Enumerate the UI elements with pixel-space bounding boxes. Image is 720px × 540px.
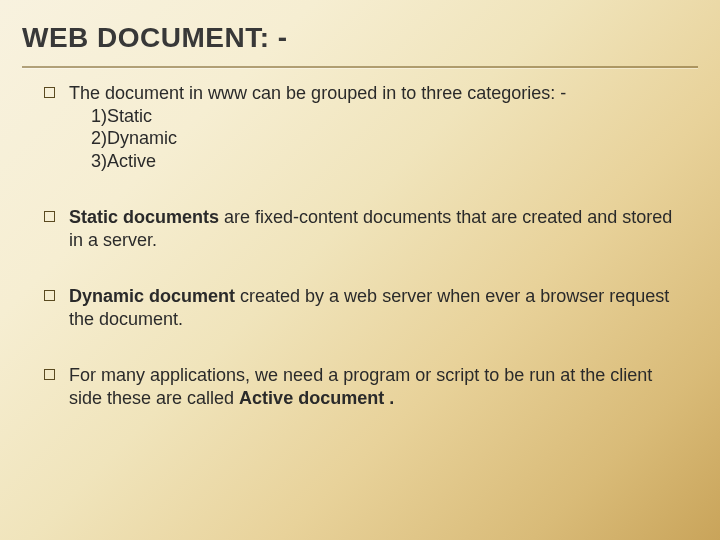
sub-item: 1)Static: [91, 105, 676, 128]
square-bullet-icon: [44, 290, 55, 301]
bullet-content: Static documents are fixed-content docum…: [69, 206, 676, 251]
square-bullet-icon: [44, 369, 55, 380]
bullet-text: The document in www can be grouped in to…: [69, 83, 566, 103]
bullet-item: Dynamic document created by a web server…: [44, 285, 676, 330]
bullet-content: The document in www can be grouped in to…: [69, 82, 676, 172]
bold-lead: Dynamic document: [69, 286, 235, 306]
sublist: 1)Static 2)Dynamic 3)Active: [69, 105, 676, 173]
sub-item: 2)Dynamic: [91, 127, 676, 150]
bullet-item: For many applications, we need a program…: [44, 364, 676, 409]
title-area: WEB DOCUMENT: -: [0, 0, 720, 66]
slide-body: The document in www can be grouped in to…: [0, 68, 720, 409]
bullet-content: For many applications, we need a program…: [69, 364, 676, 409]
square-bullet-icon: [44, 211, 55, 222]
square-bullet-icon: [44, 87, 55, 98]
sub-item: 3)Active: [91, 150, 676, 173]
bullet-item: Static documents are fixed-content docum…: [44, 206, 676, 251]
bullet-item: The document in www can be grouped in to…: [44, 82, 676, 172]
bold-lead: Static documents: [69, 207, 219, 227]
bullet-content: Dynamic document created by a web server…: [69, 285, 676, 330]
bold-tail: Active document .: [239, 388, 394, 408]
slide: WEB DOCUMENT: - The document in www can …: [0, 0, 720, 540]
page-title: WEB DOCUMENT: -: [22, 22, 698, 54]
